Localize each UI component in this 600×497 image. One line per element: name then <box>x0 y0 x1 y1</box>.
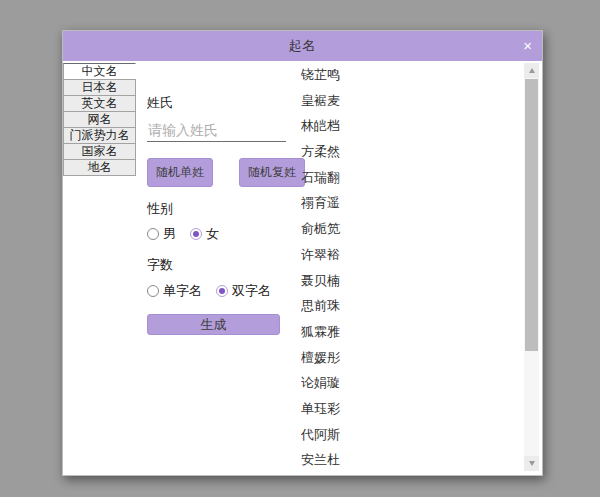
random-single-surname-button[interactable]: 随机单姓 <box>147 158 213 187</box>
list-item[interactable]: 铙芷鸣 <box>301 62 522 88</box>
list-item[interactable]: 思前珠 <box>301 293 522 319</box>
radio-female-label: 女 <box>206 225 219 243</box>
list-item[interactable]: 石瑞翻 <box>301 165 522 191</box>
gender-label: 性别 <box>147 200 173 218</box>
scroll-down-button[interactable] <box>524 456 539 471</box>
radio-female[interactable]: 女 <box>190 225 219 243</box>
list-item[interactable]: 禤育遥 <box>301 190 522 216</box>
list-item[interactable]: 聂贝楠 <box>301 268 522 294</box>
list-item[interactable]: 单珏彩 <box>301 396 522 422</box>
list-item[interactable]: 许翠裕 <box>301 242 522 268</box>
tab-japanese-name[interactable]: 日本名 <box>63 79 136 96</box>
radio-double-char-label: 双字名 <box>232 282 271 300</box>
radio-single-char[interactable]: 单字名 <box>147 282 202 300</box>
scrollbar-thumb[interactable] <box>525 79 538 351</box>
tab-chinese-name[interactable]: 中文名 <box>63 63 136 80</box>
list-item[interactable]: 檀媛彤 <box>301 345 522 371</box>
generated-names-list[interactable]: 铙芷鸣 皇裾麦 林皑档 方柔然 石瑞翻 禤育遥 俞栀笕 许翠裕 聂贝楠 思前珠 … <box>301 62 522 471</box>
tab-english-name[interactable]: 英文名 <box>63 95 136 112</box>
tab-net-name[interactable]: 网名 <box>63 111 136 128</box>
radio-double-char-icon[interactable] <box>216 285 228 297</box>
scroll-down-icon <box>529 461 535 466</box>
radio-single-char-label: 单字名 <box>163 282 202 300</box>
close-icon[interactable]: × <box>523 31 532 61</box>
list-item[interactable]: 狐霖雅 <box>301 319 522 345</box>
list-item[interactable]: 论娟璇 <box>301 370 522 396</box>
gender-options: 男 女 <box>147 225 219 243</box>
list-item[interactable]: 俞栀笕 <box>301 216 522 242</box>
radio-male-icon[interactable] <box>147 228 159 240</box>
generate-button[interactable]: 生成 <box>147 314 280 335</box>
list-item[interactable]: 方柔然 <box>301 139 522 165</box>
radio-male-label: 男 <box>163 225 176 243</box>
list-item[interactable]: 安兰杜 <box>301 447 522 471</box>
tab-country-name[interactable]: 国家名 <box>63 143 136 160</box>
random-double-surname-button[interactable]: 随机复姓 <box>239 158 305 187</box>
results-scrollbar[interactable] <box>524 63 539 471</box>
list-item[interactable]: 林皑档 <box>301 113 522 139</box>
tab-sect-name[interactable]: 门派势力名 <box>63 127 136 144</box>
radio-male[interactable]: 男 <box>147 225 176 243</box>
surname-input[interactable] <box>147 119 286 142</box>
category-tabs: 中文名 日本名 英文名 网名 门派势力名 国家名 地名 <box>63 64 136 176</box>
list-item[interactable]: 皇裾麦 <box>301 88 522 114</box>
dialog-title: 起名 <box>289 37 317 55</box>
char-count-label: 字数 <box>147 256 173 274</box>
naming-dialog: 起名 × 中文名 日本名 英文名 网名 门派势力名 国家名 地名 姓氏 随机单姓… <box>62 30 543 476</box>
scroll-up-icon <box>529 68 535 73</box>
title-bar[interactable]: 起名 × <box>63 31 542 61</box>
list-item[interactable]: 代阿斯 <box>301 422 522 448</box>
radio-single-char-icon[interactable] <box>147 285 159 297</box>
surname-label: 姓氏 <box>147 94 173 112</box>
tab-place-name[interactable]: 地名 <box>63 159 136 176</box>
radio-double-char[interactable]: 双字名 <box>216 282 271 300</box>
char-count-options: 单字名 双字名 <box>147 282 271 300</box>
scroll-up-button[interactable] <box>524 63 539 78</box>
radio-female-icon[interactable] <box>190 228 202 240</box>
